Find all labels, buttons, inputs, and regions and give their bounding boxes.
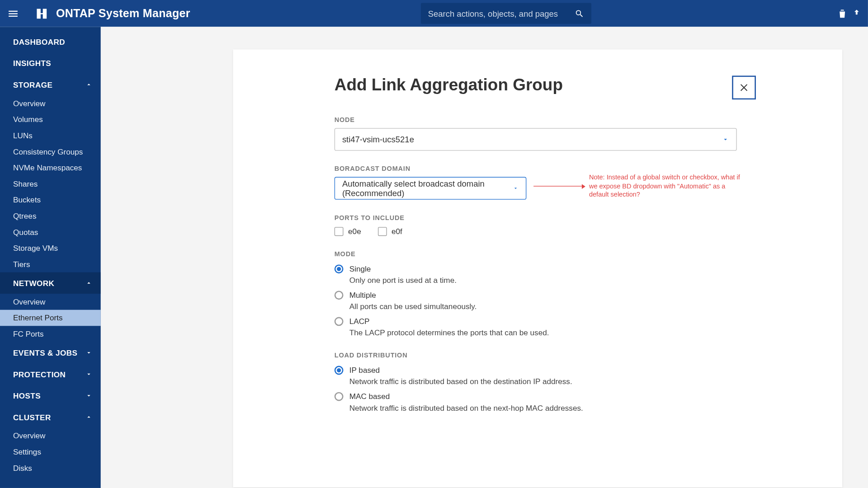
- load-option-desc: Network traffic is distributed based on …: [349, 404, 741, 413]
- sidebar-item-dashboard[interactable]: DASHBOARD: [0, 31, 101, 52]
- sidebar-item-quotas[interactable]: Quotas: [0, 224, 101, 240]
- sidebar: DASHBOARD INSIGHTS STORAGE Overview Volu…: [0, 27, 101, 488]
- load-option-ip[interactable]: IP based Network traffic is distributed …: [335, 366, 741, 386]
- sidebar-item-cluster-settings[interactable]: Settings: [0, 444, 101, 460]
- sidebar-item-volumes[interactable]: Volumes: [0, 112, 101, 128]
- top-right-actions: [837, 0, 862, 27]
- port-checkbox-e0f[interactable]: e0f: [378, 227, 402, 236]
- netapp-logo-icon: [35, 7, 48, 20]
- port-label: e0e: [348, 227, 361, 236]
- panel-title: Add Link Aggregation Group: [335, 75, 741, 94]
- hamburger-icon: [7, 7, 19, 19]
- mode-option-label: Multiple: [349, 291, 376, 300]
- radio-icon: [335, 291, 344, 300]
- load-option-label: MAC based: [349, 392, 390, 401]
- radio-icon: [335, 366, 344, 375]
- port-checkbox-e0e[interactable]: e0e: [335, 227, 361, 236]
- mode-option-lacp[interactable]: LACP The LACP protocol determines the po…: [335, 317, 741, 337]
- chevron-down-icon: [722, 136, 729, 143]
- sidebar-item-consistency-groups[interactable]: Consistency Groups: [0, 144, 101, 160]
- mode-option-desc: The LACP protocol determines the ports t…: [349, 328, 741, 338]
- sidebar-item-ethernet-ports[interactable]: Ethernet Ports: [0, 310, 101, 326]
- load-option-mac[interactable]: MAC based Network traffic is distributed…: [335, 392, 741, 413]
- mode-option-desc: Only one port is used at a time.: [349, 276, 741, 285]
- broadcast-domain-select[interactable]: Automatically select broadcast domain (R…: [335, 177, 526, 200]
- mode-option-multiple[interactable]: Multiple All ports can be used simultane…: [335, 291, 741, 311]
- mode-option-desc: All ports can be used simultaneously.: [349, 302, 741, 311]
- node-select[interactable]: sti47-vsim-ucs521e: [335, 128, 737, 150]
- sidebar-item-storage[interactable]: STORAGE: [0, 74, 101, 95]
- chevron-up-icon: [85, 413, 93, 421]
- sidebar-item-insights[interactable]: INSIGHTS: [0, 52, 101, 74]
- sidebar-item-hosts[interactable]: HOSTS: [0, 385, 101, 406]
- delete-icon[interactable]: [837, 8, 848, 19]
- upload-icon[interactable]: [851, 8, 862, 19]
- chevron-down-icon: [513, 185, 519, 192]
- top-bar: ONTAP System Manager: [0, 0, 868, 27]
- menu-button[interactable]: [0, 0, 26, 27]
- sidebar-item-cluster[interactable]: CLUSTER: [0, 406, 101, 427]
- load-option-desc: Network traffic is distributed based on …: [349, 377, 741, 386]
- app-title: ONTAP System Manager: [56, 7, 190, 20]
- radio-icon: [335, 392, 344, 401]
- node-label: NODE: [335, 116, 741, 123]
- search-input[interactable]: [428, 9, 575, 18]
- checkbox-icon: [335, 227, 344, 236]
- annotation-note: Note: Instead of a global switch or chec…: [589, 173, 741, 199]
- sidebar-item-shares[interactable]: Shares: [0, 176, 101, 192]
- checkbox-icon: [378, 227, 387, 236]
- mode-radio-group: Single Only one port is used at a time. …: [335, 264, 741, 337]
- mode-option-label: Single: [349, 264, 371, 273]
- page-content: Add Link Aggregation Group NODE sti47-vs…: [101, 27, 868, 488]
- sidebar-item-tiers[interactable]: Tiers: [0, 256, 101, 272]
- annotation-arrow-icon: [533, 186, 582, 186]
- sidebar-item-qtrees[interactable]: Qtrees: [0, 208, 101, 224]
- chevron-up-icon: [85, 81, 93, 88]
- add-lag-panel: Add Link Aggregation Group NODE sti47-vs…: [233, 49, 843, 487]
- chevron-down-icon: [85, 349, 93, 357]
- sidebar-item-network[interactable]: NETWORK: [0, 272, 101, 294]
- sidebar-item-nvme-namespaces[interactable]: NVMe Namespaces: [0, 160, 101, 176]
- chevron-down-icon: [85, 371, 93, 378]
- close-button[interactable]: [732, 75, 756, 99]
- load-distribution-label: LOAD DISTRIBUTION: [335, 352, 741, 359]
- sidebar-item-events-jobs[interactable]: EVENTS & JOBS: [0, 342, 101, 363]
- close-icon: [739, 82, 750, 93]
- sidebar-item-luns[interactable]: LUNs: [0, 127, 101, 144]
- radio-icon: [335, 264, 344, 273]
- load-radio-group: IP based Network traffic is distributed …: [335, 366, 741, 413]
- radio-icon: [335, 317, 344, 326]
- sidebar-item-storage-vms[interactable]: Storage VMs: [0, 240, 101, 256]
- broadcast-domain-value: Automatically select broadcast domain (R…: [342, 179, 513, 198]
- chevron-down-icon: [85, 392, 93, 399]
- mode-option-single[interactable]: Single Only one port is used at a time.: [335, 264, 741, 285]
- sidebar-item-network-overview[interactable]: Overview: [0, 294, 101, 310]
- mode-option-label: LACP: [349, 317, 370, 326]
- ports-label: PORTS TO INCLUDE: [335, 214, 741, 221]
- global-search[interactable]: [421, 3, 591, 24]
- load-option-label: IP based: [349, 366, 380, 375]
- mode-label: MODE: [335, 250, 741, 258]
- broadcast-domain-label: BORADCAST DOMAIN: [335, 165, 741, 172]
- brand-logo: [33, 5, 50, 22]
- sidebar-item-cluster-overview[interactable]: Overview: [0, 428, 101, 444]
- sidebar-item-fc-ports[interactable]: FC Ports: [0, 326, 101, 342]
- sidebar-item-cluster-disks[interactable]: Disks: [0, 460, 101, 476]
- port-label: e0f: [392, 227, 402, 236]
- search-icon: [575, 9, 584, 18]
- node-select-value: sti47-vsim-ucs521e: [342, 135, 414, 144]
- sidebar-item-buckets[interactable]: Buckets: [0, 192, 101, 208]
- sidebar-item-storage-overview[interactable]: Overview: [0, 95, 101, 112]
- chevron-up-icon: [85, 279, 93, 286]
- sidebar-item-protection[interactable]: PROTECTION: [0, 363, 101, 385]
